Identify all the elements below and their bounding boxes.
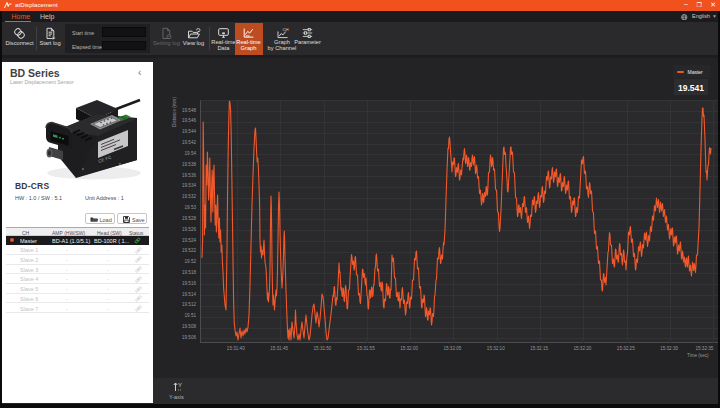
svg-text:Y: Y (178, 382, 182, 388)
svg-text:CH: CH (282, 27, 288, 32)
